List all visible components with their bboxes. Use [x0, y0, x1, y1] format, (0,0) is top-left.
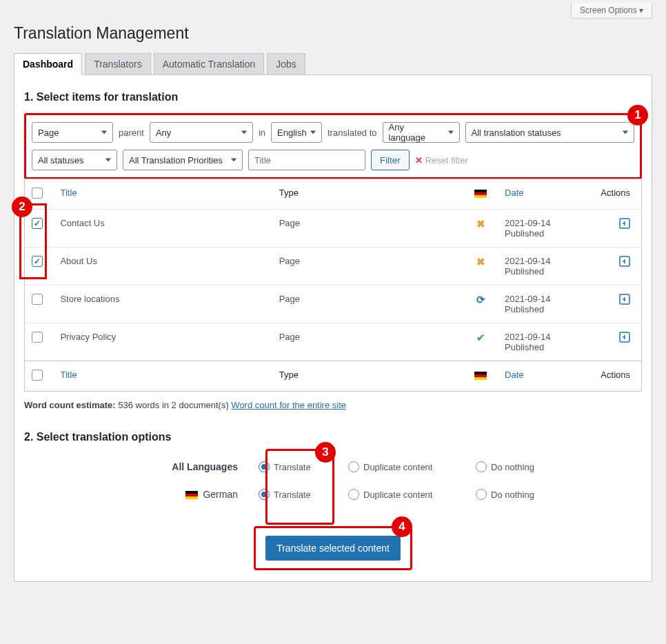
translate-action-icon[interactable] [619, 294, 630, 305]
th-actions: Actions [594, 179, 641, 210]
radio-all-duplicate[interactable] [348, 461, 359, 472]
word-count-link[interactable]: Word count for the entire site [231, 400, 346, 410]
th-type: Type [272, 179, 463, 210]
row-title[interactable]: Store locations [53, 285, 272, 323]
radio-label: Do nothing [491, 462, 534, 472]
row-title[interactable]: Privacy Policy [53, 323, 272, 361]
table-row: Privacy Policy Page ✔ 2021-09-14Publishe… [25, 323, 642, 361]
th-date[interactable]: Date [498, 179, 594, 210]
tf-date[interactable]: Date [498, 361, 594, 392]
german-flag-icon [185, 491, 198, 499]
tf-actions: Actions [594, 361, 641, 392]
dashboard-panel: 1. Select items for translation 1 Page p… [14, 74, 652, 582]
row-type: Page [272, 248, 463, 285]
row-state: Published [505, 342, 544, 352]
german-flag-icon [474, 372, 487, 380]
row-title[interactable]: Contact Us [53, 210, 272, 248]
row-checkbox[interactable] [32, 218, 43, 229]
row-title[interactable]: About Us [53, 248, 272, 285]
translate-action-icon[interactable] [619, 332, 630, 343]
tab-dashboard[interactable]: Dashboard [14, 53, 82, 75]
radio-label: Do nothing [491, 490, 534, 500]
filters: 1 Page parent Any in English translated … [24, 113, 642, 179]
filter-translation-status[interactable]: All translation statuses [465, 122, 634, 143]
reset-filter-link[interactable]: ✕ Reset filter [415, 155, 468, 165]
translate-action-icon[interactable] [619, 218, 630, 229]
screen-options-toggle[interactable]: Screen Options ▾ [571, 3, 652, 19]
row-date: 2021-09-14 [505, 294, 551, 304]
row-checkbox[interactable] [32, 256, 43, 267]
row-checkbox[interactable] [32, 332, 43, 343]
callout-4: 4 [392, 516, 412, 537]
row-state: Published [505, 266, 544, 276]
tabs: Dashboard Translators Automatic Translat… [14, 53, 652, 74]
radio-all-nothing[interactable] [476, 461, 487, 472]
tab-jobs[interactable]: Jobs [267, 53, 305, 74]
tab-automatic-translation[interactable]: Automatic Translation [154, 53, 265, 74]
select-all-checkbox-footer[interactable] [32, 370, 43, 381]
radio-label: Duplicate content [363, 462, 432, 472]
filter-priority[interactable]: All Translation Priorities [123, 150, 243, 170]
in-label: in [259, 128, 265, 138]
german-text: German [203, 489, 238, 500]
close-icon: ✕ [415, 155, 423, 165]
status-not-translated-icon[interactable]: ✖ [476, 256, 485, 268]
callout-2: 2 [12, 197, 32, 217]
page-title: Translation Management [0, 19, 666, 53]
row-type: Page [272, 323, 463, 361]
tab-translators[interactable]: Translators [85, 53, 151, 74]
filter-button[interactable]: Filter [371, 150, 410, 170]
german-flag-icon [474, 190, 487, 198]
radio-de-duplicate[interactable] [348, 489, 359, 500]
row-type: Page [272, 210, 463, 248]
status-not-translated-icon[interactable]: ✖ [476, 218, 485, 230]
status-translated-icon[interactable]: ✔ [476, 332, 485, 343]
filter-parent[interactable]: Any [150, 122, 253, 143]
row-date: 2021-09-14 [505, 332, 551, 342]
radio-label: Duplicate content [363, 490, 432, 500]
radio-label: Translate [274, 490, 311, 500]
select-all-checkbox[interactable] [32, 188, 43, 199]
table-row: About Us Page ✖ 2021-09-14Published [25, 248, 642, 285]
translate-selected-button[interactable]: Translate selected content [265, 536, 401, 561]
callout-3: 3 [315, 442, 336, 463]
row-checkbox[interactable] [32, 294, 43, 305]
filter-post-type[interactable]: Page [32, 122, 113, 143]
translation-options: 3 All Languages Translate Duplicate cont… [24, 453, 642, 515]
tf-title[interactable]: Title [53, 361, 272, 392]
reset-filter-label: Reset filter [425, 155, 468, 165]
callout-1: 1 [627, 105, 648, 125]
filter-post-status[interactable]: All statuses [32, 150, 117, 170]
radio-de-nothing[interactable] [476, 489, 487, 500]
step2-heading: 2. Select translation options [24, 431, 642, 443]
filter-target-language[interactable]: Any language [383, 122, 460, 143]
filter-title-input[interactable] [248, 150, 365, 170]
radio-label: Translate [274, 462, 311, 472]
row-date: 2021-09-14 [505, 256, 551, 266]
filter-source-language[interactable]: English [271, 122, 322, 143]
radio-all-translate[interactable] [259, 461, 270, 472]
row-state: Published [505, 304, 544, 314]
table-row: Store locations Page ⟳ 2021-09-14Publish… [25, 285, 642, 323]
all-languages-label: All Languages [24, 461, 259, 472]
word-count: Word count estimate: 536 words in 2 docu… [24, 400, 642, 410]
table-row: Contact Us Page ✖ 2021-09-14Published [25, 210, 642, 248]
word-count-value: 536 words in 2 document(s) [118, 400, 228, 410]
items-table: Title Type Date Actions Contact Us Page … [24, 179, 642, 392]
th-title[interactable]: Title [53, 179, 272, 210]
step1-heading: 1. Select items for translation [24, 91, 642, 103]
german-label: German [24, 489, 259, 500]
translated-to-label: translated to [327, 128, 377, 138]
radio-de-translate[interactable] [259, 489, 270, 500]
translate-action-icon[interactable] [619, 256, 630, 267]
row-type: Page [272, 285, 463, 323]
word-count-label: Word count estimate: [24, 400, 116, 410]
status-needs-update-icon[interactable]: ⟳ [476, 294, 485, 305]
parent-label: parent [119, 128, 144, 138]
row-date: 2021-09-14 [505, 218, 551, 228]
tf-type: Type [272, 361, 463, 392]
row-state: Published [505, 228, 544, 239]
